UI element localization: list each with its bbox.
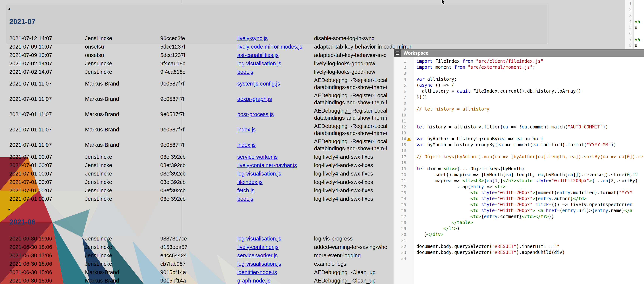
gutter-line: 32 — [394, 244, 413, 250]
file-link[interactable]: graph-node.js — [237, 278, 270, 284]
gutter-line: 28 — [394, 220, 413, 226]
code-line: var byMonth = history.groupBy(ea => mome… — [416, 142, 644, 148]
commit-date: 2021-06-30 15:06 — [9, 269, 85, 276]
commit-date: 2021-07-01 11:07 — [9, 126, 85, 133]
workspace-code-area[interactable]: import FileIndex from "src/client/filein… — [414, 57, 644, 284]
file-link[interactable]: fileindex.js — [237, 179, 262, 185]
gutter-line: 33 — [394, 250, 413, 256]
commit-date: 2021-06-30 19:06 — [9, 235, 85, 242]
workspace-titlebar[interactable]: Workspace — [394, 49, 644, 57]
file-link[interactable]: service-worker.js — [237, 253, 278, 259]
file-link[interactable]: log-visualisation.js — [237, 261, 281, 267]
file-link[interactable]: boot.js — [237, 196, 253, 202]
file-link[interactable]: index.js — [237, 127, 256, 133]
file-link[interactable]: lively-container-navbar.js — [237, 162, 297, 168]
code-line — [416, 238, 644, 244]
file-link[interactable]: lively-code-mirror-modes.js — [237, 44, 302, 50]
workspace-window: Workspace 123456789101112131415161718192… — [394, 49, 644, 284]
code-line: <td style="width:200px">{moment(entry.mo… — [416, 190, 644, 196]
file-link[interactable]: lively-sync.js — [237, 35, 268, 41]
commit-file-cell: identifier-node.js — [237, 269, 314, 276]
file-link[interactable]: ast-capabilities.js — [237, 52, 278, 58]
line-number: 20 — [394, 173, 406, 177]
commit-date: 2021-07-01 11:07 — [9, 95, 85, 102]
code-line: document.body.querySelector("#RESULT").i… — [416, 244, 644, 250]
code-line: (async () => { — [416, 82, 644, 88]
line-number: 6 — [625, 31, 632, 37]
code-line: let div = <div>{... Object.keys(byMonth) — [416, 166, 644, 172]
gutter-line: 29 — [394, 226, 413, 232]
commit-hash: e4cc64424 — [160, 252, 237, 259]
commit-hash: d153eea57 — [160, 244, 237, 251]
file-link[interactable]: index.js — [237, 142, 256, 148]
lint-marker-slot — [406, 160, 412, 166]
gutter-line: 12 — [394, 124, 413, 130]
code-line — [416, 70, 644, 76]
file-link[interactable]: log-visualisation.js — [237, 171, 281, 177]
commit-date: 2021-07-02 14:07 — [9, 68, 85, 75]
gutter-line: 9 — [394, 106, 413, 112]
commit-hash: 03ef392cb — [160, 170, 237, 177]
file-link[interactable]: boot.js — [237, 69, 253, 75]
line-number: 5 — [625, 25, 632, 31]
file-link[interactable]: fetch.js — [237, 188, 254, 193]
commit-hash: 9e0587f7f — [160, 111, 237, 118]
commit-file-cell: lively-container.js — [237, 244, 314, 251]
commit-author: Markus-Brand — [85, 126, 160, 133]
commit-file-cell: log-visualisation.js — [237, 260, 314, 267]
commit-file-cell: log-visualisation.js — [237, 235, 314, 242]
commit-author: JensLincke — [85, 35, 160, 42]
file-link[interactable]: lively-container.js — [237, 244, 278, 250]
lint-warning-icon[interactable] — [407, 137, 411, 141]
line-number: 13 — [394, 131, 406, 135]
lint-marker-slot — [406, 178, 412, 184]
line-number: 2 — [625, 7, 632, 13]
file-link[interactable]: systemjs-config.js — [237, 81, 280, 87]
commit-author: JensLincke — [85, 235, 160, 242]
lint-marker-slot — [406, 244, 412, 250]
lint-marker-slot — [406, 124, 412, 130]
gutter-line: 5 — [394, 82, 413, 88]
commit-author: onsetsu — [85, 51, 160, 59]
commit-author: JensLincke — [85, 244, 160, 251]
lint-marker-slot — [406, 202, 412, 208]
lint-marker-slot — [406, 208, 412, 214]
gutter-line: 22 — [394, 184, 413, 190]
commit-hash: 03ef392cb — [160, 179, 237, 186]
line-number: 2 — [394, 65, 406, 70]
file-link[interactable]: aexpr-graph.js — [237, 96, 272, 102]
workspace-editor[interactable]: 1234567891011121314151617181920212223242… — [394, 57, 644, 284]
gutter-line: 10 — [394, 112, 413, 118]
commit-author: JensLincke — [85, 60, 160, 67]
code-line: import FileIndex from "src/client/filein… — [416, 58, 644, 64]
code-line: <td style="width:200px">{entry.author}</… — [416, 196, 644, 202]
commit-date: 2021-07-01 11:07 — [9, 80, 85, 87]
line-number: 32 — [394, 244, 406, 249]
file-link[interactable]: service-worker.js — [237, 154, 278, 160]
commit-file-cell: index.js — [237, 126, 314, 133]
side-editor-code[interactable]: vau vau — [634, 0, 644, 49]
commit-date: 2021-07-01 00:07 — [9, 153, 85, 160]
commit-file-cell: lively-code-mirror-modes.js — [237, 43, 314, 50]
side-editor[interactable]: 12345678 vau vau — [625, 0, 644, 49]
window-menu-icon[interactable] — [394, 49, 401, 57]
commit-date: 2021-07-01 00:07 — [9, 195, 85, 202]
lint-marker-slot — [406, 214, 412, 220]
gutter-line: 27 — [394, 214, 413, 220]
commit-date: 2021-07-01 00:07 — [9, 179, 85, 186]
lint-marker-slot — [406, 190, 412, 196]
file-link[interactable]: post-process.js — [237, 111, 274, 117]
file-link[interactable]: log-visualisation.js — [237, 236, 281, 242]
file-link[interactable]: log-visualisation.js — [237, 60, 281, 66]
line-number: 6 — [394, 89, 406, 94]
commit-comment-line: adapted-tab-key-behavior-in-code-mirror — [314, 43, 494, 50]
commit-file-cell: log-visualisation.js — [237, 170, 314, 177]
commit-hash: 9e0587f7f — [160, 126, 237, 133]
commit-author: JensLincke — [85, 187, 160, 194]
commit-file-cell: log-visualisation.js — [237, 60, 314, 67]
file-link[interactable]: identifier-node.js — [237, 269, 277, 275]
commit-hash: 9e0587f7f — [160, 80, 237, 87]
commit-hash: 9015bf14a — [160, 269, 237, 276]
lint-marker-slot — [406, 250, 412, 256]
commit-hash: 5dcc1237f — [160, 43, 237, 50]
